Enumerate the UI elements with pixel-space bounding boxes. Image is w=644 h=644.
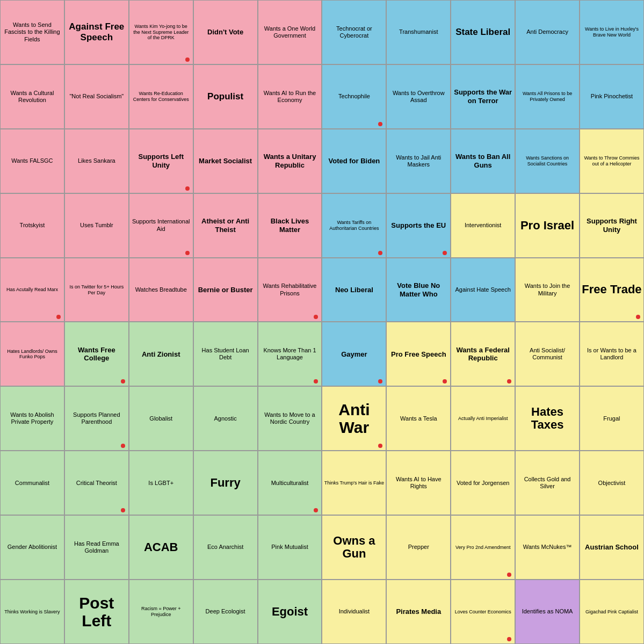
cell-text-r2c4: Wants a Unitary Republic xyxy=(260,153,320,169)
cell-text-r0c3: Didn't Vote xyxy=(207,28,243,37)
cell-r0c5: Technocrat or Cyberocrat xyxy=(322,0,386,64)
cell-r1c7: Supports the War on Terror xyxy=(451,64,515,129)
cell-text-r0c6: Transhumanist xyxy=(399,28,438,35)
cell-text-r9c5: Individualist xyxy=(339,608,370,615)
cell-text-r3c8: Pro Israel xyxy=(520,219,574,232)
dot-r5c5 xyxy=(378,379,382,383)
cell-r4c7: Against Hate Speech xyxy=(451,258,515,322)
dot-r7c1 xyxy=(121,508,125,512)
dot-r6c5 xyxy=(378,444,382,448)
dot-r3c2 xyxy=(185,251,190,255)
cell-text-r6c5: Anti War xyxy=(324,401,384,436)
cell-text-r6c6: Wants a Tesla xyxy=(400,415,437,422)
cell-text-r1c5: Technophile xyxy=(338,93,370,100)
cell-text-r6c0: Wants to Abolish Private Property xyxy=(2,411,62,425)
cell-text-r9c9: Gigachad Pink Captialist xyxy=(585,609,638,615)
cell-r6c2: Globalist xyxy=(129,386,193,451)
cell-text-r2c2: Supports Left Unity xyxy=(131,153,191,169)
cell-r8c9: Austrian School xyxy=(580,515,644,580)
cell-text-r6c1: Supports Planned Parenthood xyxy=(67,411,127,425)
cell-r8c4: Pink Mutualist xyxy=(258,515,322,580)
cell-r9c8: Identifies as NOMA xyxy=(515,580,580,644)
cell-text-r9c2: Racism = Power + Prejudice xyxy=(131,606,191,618)
cell-text-r1c9: Pink Pinochetist xyxy=(591,93,633,100)
cell-r6c8: Hates Taxes xyxy=(515,386,580,451)
cell-r4c1: Is on Twitter for 5+ Hours Per Day xyxy=(64,258,129,322)
cell-r0c1: Against Free Speech xyxy=(64,0,129,64)
bingo-grid: Wants to Send Fascists to the Killing Fi… xyxy=(0,0,644,644)
cell-text-r6c4: Wants to Move to a Nordic Country xyxy=(260,411,320,425)
cell-text-r2c9: Wants to Throw Commies out of a Helicopt… xyxy=(582,155,642,167)
cell-r4c9: Free Trade xyxy=(580,258,644,322)
cell-text-r7c6: Wants AI to Have Rights xyxy=(388,476,448,490)
dot-r8c7 xyxy=(507,573,511,577)
cell-text-r8c5: Owns a Gun xyxy=(324,534,384,560)
cell-r7c7: Voted for Jorgensen xyxy=(451,451,515,515)
cell-r5c9: Is or Wants to be a Landlord xyxy=(580,322,644,386)
cell-text-r4c7: Against Hate Speech xyxy=(455,286,511,293)
cell-r7c0: Communalist xyxy=(0,451,64,515)
cell-r2c0: Wants FALSGC xyxy=(0,129,64,193)
cell-text-r8c6: Prepper xyxy=(408,544,429,551)
cell-text-r7c3: Furry xyxy=(210,476,240,489)
cell-r5c3: Has Student Loan Debt xyxy=(193,322,258,386)
cell-r7c1: Critical Theorist xyxy=(64,451,129,515)
cell-text-r9c8: Identifies as NOMA xyxy=(522,608,573,615)
cell-r3c6: Supports the EU xyxy=(386,193,451,258)
cell-text-r4c1: Is on Twitter for 5+ Hours Per Day xyxy=(67,284,127,296)
cell-r4c8: Wants to Join the Military xyxy=(515,258,580,322)
cell-r9c3: Deep Ecologist xyxy=(193,580,258,644)
cell-r9c5: Individualist xyxy=(322,580,386,644)
cell-text-r0c8: Anti Democracy xyxy=(526,28,568,35)
cell-text-r1c6: Wants to Overthrow Assad xyxy=(388,90,448,104)
cell-r3c1: Uses Tumblr xyxy=(64,193,129,258)
cell-r0c2: Wants Kim Yo-jong to be the Next Supreme… xyxy=(129,0,193,64)
cell-text-r5c6: Pro Free Speech xyxy=(391,350,446,359)
cell-r8c0: Gender Abolitionist xyxy=(0,515,64,580)
dot-r3c6 xyxy=(443,251,447,255)
cell-r3c2: Supports International Aid xyxy=(129,193,193,258)
cell-text-r7c2: Is LGBT+ xyxy=(148,480,173,487)
cell-r2c5: Voted for Biden xyxy=(322,129,386,193)
cell-text-r0c0: Wants to Send Fascists to the Killing Fi… xyxy=(2,21,62,43)
cell-r3c9: Supports Right Unity xyxy=(580,193,644,258)
cell-text-r5c4: Knows More Than 1 Language xyxy=(260,347,320,361)
cell-text-r5c7: Wants a Federal Republic xyxy=(453,346,513,363)
cell-r6c7: Actually Anti Imperialist xyxy=(451,386,515,451)
cell-text-r4c8: Wants to Join the Military xyxy=(517,283,577,296)
cell-r5c6: Pro Free Speech xyxy=(386,322,451,386)
cell-text-r2c7: Wants to Ban All Guns xyxy=(453,153,513,169)
dot-r5c7 xyxy=(507,379,511,383)
cell-r2c9: Wants to Throw Commies out of a Helicopt… xyxy=(580,129,644,193)
cell-r8c5: Owns a Gun xyxy=(322,515,386,580)
cell-text-r4c5: Neo Liberal xyxy=(335,286,373,294)
cell-text-r2c0: Wants FALSGC xyxy=(11,157,53,164)
cell-r2c1: Likes Sankara xyxy=(64,129,129,193)
cell-r6c1: Supports Planned Parenthood xyxy=(64,386,129,451)
cell-r3c8: Pro Israel xyxy=(515,193,580,258)
cell-r7c2: Is LGBT+ xyxy=(129,451,193,515)
cell-text-r3c5: Wants Tariffs on Authoritarian Countries xyxy=(324,220,384,231)
cell-text-r2c1: Likes Sankara xyxy=(78,157,115,164)
cell-r5c0: Hates Landlords/ Owns Funko Pops xyxy=(0,322,64,386)
cell-r5c1: Wants Free College xyxy=(64,322,129,386)
cell-text-r2c5: Voted for Biden xyxy=(328,157,380,165)
cell-r2c3: Market Socialist xyxy=(193,129,258,193)
cell-r5c4: Knows More Than 1 Language xyxy=(258,322,322,386)
cell-r1c3: Populist xyxy=(193,64,258,129)
cell-text-r1c3: Populist xyxy=(207,91,243,102)
cell-text-r0c5: Technocrat or Cyberocrat xyxy=(324,25,384,39)
cell-text-r7c8: Collects Gold and Silver xyxy=(517,476,577,490)
cell-text-r8c2: ACAB xyxy=(144,541,178,554)
cell-text-r1c4: Wants AI to Run the Economy xyxy=(260,90,320,104)
cell-r7c4: Multiculturalist xyxy=(258,451,322,515)
cell-r1c2: Wants Re-Education Centers for Conservat… xyxy=(129,64,193,129)
cell-text-r0c1: Against Free Speech xyxy=(67,21,127,44)
cell-r6c4: Wants to Move to a Nordic Country xyxy=(258,386,322,451)
cell-text-r5c9: Is or Wants to be a Landlord xyxy=(582,347,642,361)
cell-text-r9c0: Thinks Working is Slavery xyxy=(4,609,60,615)
cell-r3c7: Interventionist xyxy=(451,193,515,258)
cell-text-r6c3: Agnostic xyxy=(214,415,237,422)
cell-r9c2: Racism = Power + Prejudice xyxy=(129,580,193,644)
cell-r5c2: Anti Zionist xyxy=(129,322,193,386)
